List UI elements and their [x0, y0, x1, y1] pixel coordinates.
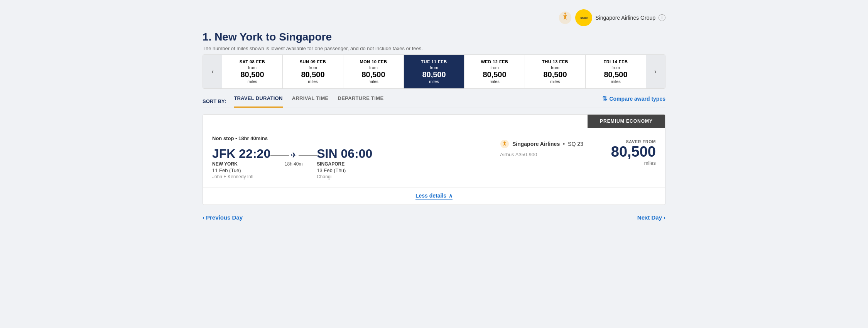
price-section: SAVER FROM 80,500 miles	[594, 135, 656, 166]
airline-section: Singapore Airlines • SQ 23 Airbus A350-9…	[500, 135, 585, 157]
miles-price: 80,500	[594, 144, 656, 160]
sort-tab-1[interactable]: ARRIVAL TIME	[292, 95, 329, 108]
sq-logo-small-icon	[500, 139, 509, 149]
date-cell-1[interactable]: SUN 09 FEB from 80,500 miles	[283, 55, 343, 88]
bullet-separator: •	[563, 141, 565, 147]
date-cells: SAT 08 FEB from 80,500 miles SUN 09 FEB …	[222, 55, 646, 88]
sort-tab-2[interactable]: DEPARTURE TIME	[338, 95, 384, 108]
page-title: 1. New York to Singapore	[203, 31, 665, 43]
svg-point-1	[564, 13, 566, 14]
nav-footer: ‹ Previous Day Next Day ›	[203, 211, 665, 224]
flight-number: SQ 23	[568, 141, 583, 147]
flight-duration: 18h 40m	[285, 161, 303, 167]
aircraft-type: Airbus A350-900	[500, 152, 585, 157]
dest-city: SINGAPORE	[317, 161, 372, 167]
flight-card: PREMIUM ECONOMY Non stop • 18hr 40mins J…	[203, 114, 665, 205]
sort-tab-0[interactable]: TRAVEL DURATION	[234, 95, 283, 108]
next-icon: ›	[664, 214, 665, 221]
airline-name: Singapore Airlines	[512, 141, 560, 147]
scoot-logo-icon: scoot	[575, 9, 592, 26]
date-prev-button[interactable]: ‹	[203, 55, 222, 88]
prev-icon: ‹	[203, 214, 204, 221]
previous-day-button[interactable]: ‹ Previous Day	[203, 214, 243, 221]
flight-arrow-line: ✈	[270, 150, 317, 160]
arrow-line-left	[270, 155, 289, 156]
origin-airport-code: JFK 22:20	[212, 147, 270, 160]
miles-unit: miles	[594, 160, 656, 166]
airline-info-row: scoot Singapore Airlines Group i	[203, 9, 665, 26]
less-details-label: Less details	[415, 193, 446, 199]
sort-tabs: TRAVEL DURATIONARRIVAL TIMEDEPARTURE TIM…	[234, 95, 602, 108]
date-cell-3[interactable]: TUE 11 FEB from 80,500 miles	[404, 55, 464, 88]
flight-arrow-section: ✈ 18h 40m	[270, 147, 317, 167]
compare-icon: ⇅	[602, 95, 607, 102]
less-details-button[interactable]: Less details ∧	[415, 193, 453, 200]
next-label: Next Day	[637, 214, 662, 221]
dest-date: 13 Feb (Thu)	[317, 167, 372, 173]
date-selector: ‹ SAT 08 FEB from 80,500 miles SUN 09 FE…	[203, 54, 665, 89]
page-subtitle: The number of miles shown is lowest avai…	[203, 46, 665, 51]
page-header: scoot Singapore Airlines Group i 1. New …	[203, 9, 665, 51]
arrow-line-right	[299, 155, 317, 156]
sort-bar: SORT BY: TRAVEL DURATIONARRIVAL TIMEDEPA…	[203, 89, 665, 108]
less-details-row: Less details ∧	[203, 187, 665, 205]
airline-group-label: Singapore Airlines Group	[595, 15, 655, 21]
prev-label: Previous Day	[206, 214, 243, 221]
origin-terminal: John F Kennedy Intl	[212, 174, 270, 179]
next-day-button[interactable]: Next Day ›	[637, 214, 665, 221]
date-next-button[interactable]: ›	[646, 55, 665, 88]
sort-by-label: SORT BY:	[203, 98, 226, 104]
airline-name-row: Singapore Airlines • SQ 23	[500, 139, 585, 149]
flight-card-header: PREMIUM ECONOMY	[203, 115, 665, 128]
page-container: scoot Singapore Airlines Group i 1. New …	[203, 9, 665, 224]
less-details-icon: ∧	[449, 193, 453, 199]
date-cell-0[interactable]: SAT 08 FEB from 80,500 miles	[222, 55, 283, 88]
date-cell-2[interactable]: MON 10 FEB from 80,500 miles	[343, 55, 404, 88]
date-cell-5[interactable]: THU 13 FEB from 80,500 miles	[525, 55, 586, 88]
date-cell-4[interactable]: WED 12 FEB from 80,500 miles	[464, 55, 525, 88]
info-icon[interactable]: i	[659, 14, 665, 21]
singapore-airlines-logo-icon	[558, 11, 572, 25]
flight-main-info: Non stop • 18hr 40mins JFK 22:20 NEW YOR…	[212, 135, 491, 179]
flight-stop-info: Non stop • 18hr 40mins	[212, 135, 491, 141]
cabin-badge: PREMIUM ECONOMY	[588, 115, 665, 128]
date-cell-6[interactable]: FRI 14 FEB from 80,500 miles	[586, 55, 646, 88]
origin-date: 11 Feb (Tue)	[212, 167, 270, 173]
flight-route: JFK 22:20 NEW YORK 11 Feb (Tue) John F K…	[212, 147, 491, 179]
flight-card-body: Non stop • 18hr 40mins JFK 22:20 NEW YOR…	[203, 128, 665, 187]
dest-terminal: Changi	[317, 174, 372, 179]
compare-label: Compare award types	[610, 96, 666, 102]
dest-airport-code: SIN 06:00	[317, 147, 372, 160]
flight-origin: JFK 22:20 NEW YORK 11 Feb (Tue) John F K…	[212, 147, 270, 179]
compare-award-types-button[interactable]: ⇅ Compare award types	[602, 95, 666, 108]
plane-icon: ✈	[290, 150, 297, 160]
flight-destination: SIN 06:00 SINGAPORE 13 Feb (Thu) Changi	[317, 147, 372, 179]
origin-city: NEW YORK	[212, 161, 270, 167]
